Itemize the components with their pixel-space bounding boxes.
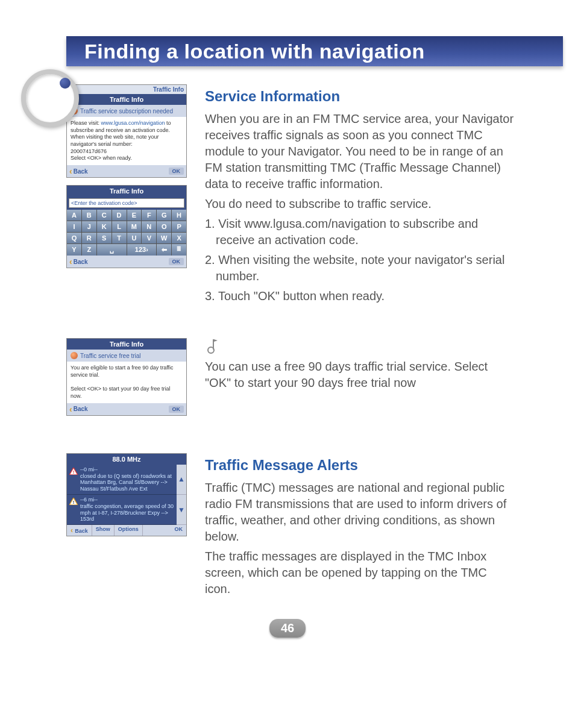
onscreen-keyboard: A B C D E F G H I J K L M N O P Q (67, 210, 186, 256)
screen-title-frequency: 88.0 MHz (67, 454, 186, 465)
key-r[interactable]: R (82, 233, 96, 243)
key-u[interactable]: U (127, 233, 142, 243)
info-icon (71, 352, 78, 359)
key-f[interactable]: F (142, 210, 156, 221)
svg-text:!: ! (73, 469, 75, 475)
key-o[interactable]: O (157, 221, 171, 232)
body-text: Please visit: www.lgusa.com/navigation t… (67, 117, 186, 165)
list-item: 1. Visit www.lgusa.com/navigation to sub… (205, 216, 515, 248)
screenshot-tmc-inbox: 88.0 MHz ! --0 mi-- closed due to (Q set… (66, 453, 187, 536)
body-text: You are eligible to start a free 90 day … (67, 362, 186, 403)
status-bar: Traffic Info (67, 85, 186, 94)
banner-text: Traffic service free trial (80, 353, 141, 359)
screenshot-free-trial: Traffic Info Traffic service free trial … (66, 338, 187, 415)
key-p[interactable]: P (172, 221, 186, 232)
key-n[interactable]: N (142, 221, 156, 232)
screen-title: Traffic Info (67, 339, 186, 350)
scroll-up-button[interactable]: ▲ (177, 465, 186, 495)
tmc-distance: --0 mi-- (80, 466, 174, 473)
page-number: 46 (269, 619, 306, 638)
scroll-down-button[interactable]: ▼ (177, 495, 186, 525)
paragraph: You do need to subscribe to traffic serv… (205, 196, 515, 212)
list-item: 2. When visiting the website, note your … (205, 252, 515, 284)
back-button[interactable]: Back (67, 525, 92, 536)
note-icon (205, 338, 219, 355)
key-d[interactable]: D (112, 210, 127, 221)
key-q[interactable]: Q (67, 233, 81, 243)
banner-text: Traffic service subscription needed (80, 108, 173, 115)
ok-button[interactable]: OK (169, 168, 184, 175)
key-c[interactable]: C (97, 210, 112, 221)
key-b[interactable]: B (82, 210, 96, 221)
svg-rect-1 (213, 339, 214, 350)
back-button[interactable]: Back (69, 257, 88, 266)
paragraph: The traffic messages are displayed in th… (205, 548, 515, 597)
key-e[interactable]: E (127, 210, 142, 221)
key-l[interactable]: L (112, 221, 127, 232)
key-h[interactable]: H (172, 210, 186, 221)
key-backspace[interactable]: ⬅ (157, 244, 171, 256)
page-header: Finding a location with navigation (66, 36, 563, 66)
key-g[interactable]: G (157, 210, 171, 221)
serial-number: 20007417d676 (71, 148, 107, 154)
key-t[interactable]: T (112, 233, 127, 243)
key-k[interactable]: K (97, 221, 112, 232)
key-a[interactable]: A (67, 210, 81, 221)
ok-button[interactable]: OK (169, 258, 184, 265)
key-m[interactable]: M (127, 221, 142, 232)
tmc-message-item[interactable]: ! --6 mi-- traffic congestion, average s… (67, 495, 177, 525)
key-list-icon[interactable]: ≣ (172, 244, 186, 256)
screen-title: Traffic Info (67, 94, 186, 105)
info-banner: Traffic service free trial (67, 350, 186, 362)
key-y[interactable]: Y (67, 244, 81, 256)
paragraph: Traffic (TMC) messages are national and … (205, 480, 515, 545)
key-x[interactable]: X (172, 233, 186, 243)
back-button[interactable]: Back (69, 166, 88, 176)
key-w[interactable]: W (157, 233, 171, 243)
ok-button[interactable]: OK (169, 406, 184, 413)
tmc-text: traffic congestion, average speed of 30 … (80, 503, 174, 522)
list-item: 3. Touch "OK" button when ready. (205, 288, 515, 304)
key-s[interactable]: S (97, 233, 112, 243)
tmc-message-item[interactable]: ! --0 mi-- closed due to (Q sets of) roa… (67, 465, 177, 495)
key-v[interactable]: V (142, 233, 156, 243)
key-j[interactable]: J (82, 221, 96, 232)
screenshot-traffic-subscription: Traffic Info Traffic Info Traffic servic… (66, 84, 187, 178)
section-heading-tmc-alerts: Traffic Message Alerts (205, 456, 515, 475)
warning-triangle-icon: ! (69, 468, 78, 475)
activation-code-input[interactable] (69, 198, 184, 208)
subscription-link[interactable]: www.lgusa.com/navigation (101, 120, 165, 126)
section-heading-service-info: Service Information (205, 87, 515, 106)
page-title: Finding a location with navigation (66, 36, 563, 66)
tmc-distance: --6 mi-- (80, 497, 174, 503)
key-space[interactable]: ␣ (97, 244, 127, 256)
options-button[interactable]: Options (115, 525, 143, 536)
back-button[interactable]: Back (69, 404, 88, 414)
key-i[interactable]: I (67, 221, 81, 232)
svg-text:!: ! (73, 500, 75, 505)
info-banner: Traffic service subscription needed (67, 105, 186, 117)
binder-ring-decoration (21, 69, 75, 124)
tmc-text: closed due to (Q sets of) roadworks at M… (80, 473, 174, 492)
paragraph: When you are in an FM TMC service area, … (205, 111, 515, 192)
screenshot-activation-keyboard: Traffic Info A B C D E F G H I J K L (66, 185, 187, 268)
show-button[interactable]: Show (92, 525, 115, 536)
screen-title: Traffic Info (67, 186, 186, 196)
key-z[interactable]: Z (82, 244, 96, 256)
key-mode-123[interactable]: 123› (127, 244, 157, 256)
note-text: You can use a free 90 days traffic trial… (205, 359, 515, 391)
ok-button[interactable]: OK (171, 525, 187, 536)
warning-triangle-icon: ! (69, 498, 78, 505)
